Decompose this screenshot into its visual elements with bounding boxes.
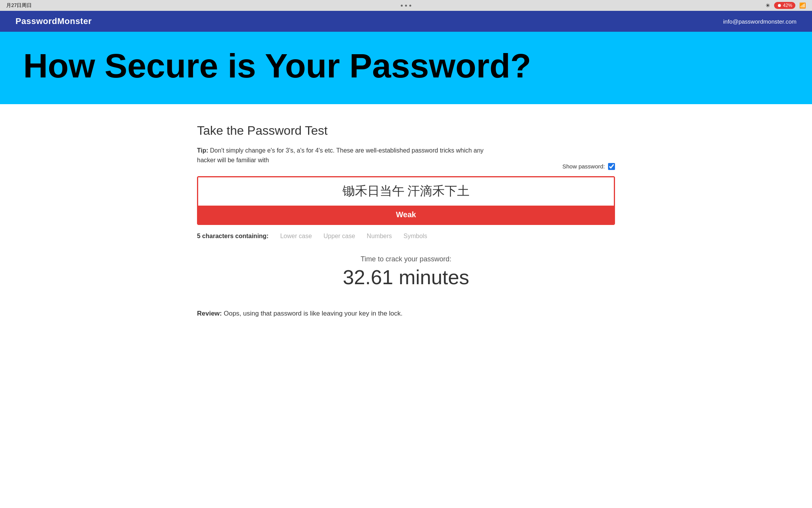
hero-banner: How Secure is Your Password? <box>0 32 812 104</box>
menu-bar-dots <box>401 5 411 7</box>
dot-2 <box>405 5 407 7</box>
password-container: Weak <box>197 176 615 225</box>
battery-percent: 42% <box>783 3 792 8</box>
tip-text: Tip: Don't simply change e's for 3's, a'… <box>197 146 499 165</box>
char-type-numbers: Numbers <box>367 233 392 240</box>
password-input[interactable] <box>198 177 614 206</box>
chars-info: 5 characters containing: Lower case Uppe… <box>197 233 615 240</box>
review-body: Oops, using that password is like leavin… <box>224 310 403 317</box>
crack-time-section: Time to crack your password: 32.61 minut… <box>197 255 615 289</box>
strength-bar: Weak <box>198 206 614 224</box>
show-password-checkbox[interactable] <box>608 163 615 170</box>
char-type-symbols: Symbols <box>404 233 427 240</box>
site-email[interactable]: info@passwordmonster.com <box>723 18 797 25</box>
hero-title: How Secure is Your Password? <box>23 47 789 85</box>
dot-3 <box>409 5 411 7</box>
dot-1 <box>401 5 403 7</box>
tip-body: Don't simply change e's for 3's, a's for… <box>197 147 483 164</box>
record-icon: ⏺ <box>777 3 782 8</box>
site-header: PasswordMonster info@passwordmonster.com <box>0 11 812 32</box>
crack-time-value: 32.61 minutes <box>197 266 615 289</box>
section-title: Take the Password Test <box>197 124 615 138</box>
battery-indicator: ⏺ 42% <box>774 2 795 9</box>
wifi-icon: 📶 <box>799 2 806 9</box>
review-section: Review: Oops, using that password is lik… <box>197 308 615 319</box>
date-label: 月27日周日 <box>6 2 32 9</box>
site-logo[interactable]: PasswordMonster <box>15 16 92 26</box>
main-content: Take the Password Test Tip: Don't simply… <box>174 104 638 338</box>
char-type-uppercase: Upper case <box>324 233 355 240</box>
show-password-label: Show password: <box>562 163 605 170</box>
menu-bar: 月27日周日 ✳ ⏺ 42% 📶 <box>0 0 812 11</box>
char-type-lowercase: Lower case <box>280 233 312 240</box>
chars-count-label: 5 characters containing: <box>197 233 269 240</box>
brightness-icon: ✳ <box>766 2 770 9</box>
menu-bar-right: ✳ ⏺ 42% 📶 <box>766 2 806 9</box>
review-prefix: Review: <box>197 310 222 317</box>
crack-time-label: Time to crack your password: <box>197 255 615 263</box>
show-password-row: Show password: <box>562 163 615 170</box>
tip-prefix: Tip: <box>197 147 208 154</box>
